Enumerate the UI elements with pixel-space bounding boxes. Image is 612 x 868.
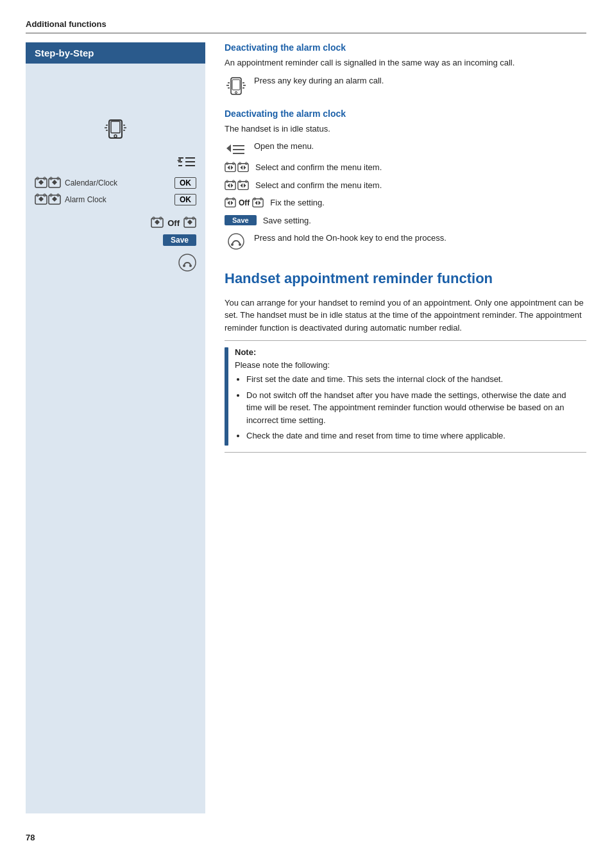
- svg-marker-34: [52, 196, 55, 202]
- press-key-text: Press any key during an alarm call.: [254, 74, 586, 87]
- note-content: Note: Please note the following: First s…: [235, 347, 577, 446]
- svg-rect-1: [111, 121, 120, 133]
- section2-heading: Deactivating the alarm clock: [225, 108, 586, 119]
- ok-button-calendar[interactable]: OK: [174, 177, 196, 189]
- note-item-2: Do not switch off the handset after you …: [246, 389, 577, 427]
- svg-marker-44: [187, 220, 190, 225]
- save-instruction-icon: Save: [225, 214, 257, 225]
- note-box: Note: Please note the following: First s…: [225, 340, 586, 453]
- save-instruction-text: Save setting.: [263, 214, 586, 227]
- note-title: Note:: [235, 347, 577, 357]
- svg-marker-66: [231, 165, 234, 169]
- big-section-heading: Handset appointment reminder function: [225, 270, 586, 288]
- calendar-select-icons: [225, 161, 249, 173]
- menu-list-icon: [177, 155, 196, 170]
- svg-marker-70: [241, 165, 243, 169]
- alarm-clock-row: Alarm Clock OK: [35, 193, 196, 206]
- svg-marker-85: [228, 200, 230, 205]
- save-row: Save: [35, 234, 196, 246]
- phone-ringing-icon: [101, 115, 130, 143]
- calendar-select-instruction: Select and confirm the menu item.: [225, 161, 586, 174]
- nav-icon-2: [48, 177, 61, 189]
- page-header: Additional functions: [26, 19, 586, 33]
- save-instruction: Save Save setting.: [225, 214, 586, 227]
- end-instruction-text: Press and hold the On-hook key to end th…: [254, 232, 586, 245]
- open-menu-text: Open the menu.: [254, 140, 586, 153]
- alarm-select-icons: [225, 179, 249, 191]
- svg-marker-24: [52, 180, 55, 185]
- press-key-icon: [225, 74, 248, 97]
- open-menu-icon: [225, 140, 248, 156]
- calendar-clock-row: Calendar/Clock OK: [35, 177, 196, 189]
- svg-marker-25: [55, 180, 57, 185]
- svg-marker-76: [231, 183, 234, 187]
- svg-marker-58: [226, 144, 231, 152]
- step-by-step-title: Step-by-Step: [26, 42, 205, 64]
- note-item-3: Check the date and time and reset from t…: [246, 430, 577, 442]
- svg-marker-75: [228, 183, 230, 187]
- note-list: First set the date and time. This sets t…: [235, 373, 577, 442]
- alarm-select-text: Select and confirm the menu item.: [255, 179, 586, 192]
- svg-point-51: [235, 91, 237, 93]
- calendar-select-text: Select and confirm the menu item.: [255, 161, 586, 174]
- svg-marker-80: [241, 183, 243, 187]
- fix-setting-text: Fix the setting.: [270, 196, 586, 209]
- press-key-instruction: Press any key during an alarm call.: [225, 74, 586, 97]
- sidebar: Step-by-Step: [26, 42, 205, 813]
- nav-icon-3: [35, 193, 47, 206]
- main-layout: Step-by-Step: [26, 42, 586, 813]
- calendar-nav-icons-left: [35, 177, 61, 189]
- section1-heading: Deactivating the alarm clock: [225, 42, 586, 53]
- svg-marker-86: [231, 200, 234, 205]
- off-setting-row: Off: [35, 216, 196, 229]
- note-bar: [225, 347, 228, 446]
- svg-marker-19: [38, 180, 41, 185]
- svg-marker-81: [244, 183, 246, 187]
- page-number: 78: [26, 833, 586, 842]
- alarm-nav-icons-left: [35, 193, 61, 206]
- sidebar-content: Calendar/Clock OK: [26, 70, 205, 278]
- save-button[interactable]: Save: [163, 234, 196, 246]
- svg-marker-45: [190, 220, 192, 225]
- page: Additional functions Step-by-Step: [0, 0, 612, 868]
- off-text: Off: [167, 218, 180, 228]
- svg-point-94: [239, 243, 241, 246]
- svg-point-47: [183, 265, 185, 267]
- svg-marker-40: [157, 220, 160, 225]
- svg-marker-35: [55, 196, 57, 202]
- alarm-clock-label: Alarm Clock: [65, 195, 171, 204]
- off-nav-icon-right: [183, 216, 196, 229]
- open-menu-instruction: Open the menu.: [225, 140, 586, 156]
- svg-marker-20: [41, 180, 44, 185]
- svg-marker-71: [244, 165, 246, 169]
- svg-point-2: [114, 135, 117, 137]
- svg-marker-90: [255, 200, 258, 205]
- off-nav-icon-left: [151, 216, 164, 229]
- nav-icon-1: [35, 177, 47, 189]
- svg-marker-30: [41, 196, 44, 202]
- svg-point-48: [189, 265, 192, 267]
- svg-marker-39: [155, 220, 157, 225]
- end-icon-row: [35, 254, 196, 272]
- alarm-select-instruction: Select and confirm the menu item.: [225, 179, 586, 192]
- svg-rect-50: [232, 80, 240, 90]
- note-please-note: Please note the following:: [235, 360, 577, 370]
- note-item-1: First set the date and time. This sets t…: [246, 373, 577, 386]
- svg-marker-65: [228, 165, 230, 169]
- fix-setting-icons: Off: [225, 196, 264, 209]
- end-key-icon: [225, 232, 248, 250]
- nav-icon-4: [48, 193, 61, 206]
- svg-marker-91: [259, 200, 261, 205]
- fix-setting-instruction: Off Fix the setting.: [225, 196, 586, 209]
- header-text: Additional functions: [26, 19, 106, 29]
- svg-marker-29: [38, 196, 41, 202]
- alarm-icon-row: [35, 115, 196, 143]
- ok-button-alarm[interactable]: OK: [174, 194, 196, 205]
- section1-text: An appointment reminder call is signalle…: [225, 56, 586, 69]
- svg-point-93: [231, 243, 234, 246]
- menu-icon-row: [35, 155, 196, 170]
- section2-text: The handset is in idle status.: [225, 123, 586, 135]
- calendar-clock-label: Calendar/Clock: [65, 178, 171, 187]
- end-instruction: Press and hold the On-hook key to end th…: [225, 232, 586, 250]
- on-hook-icon: [178, 254, 196, 272]
